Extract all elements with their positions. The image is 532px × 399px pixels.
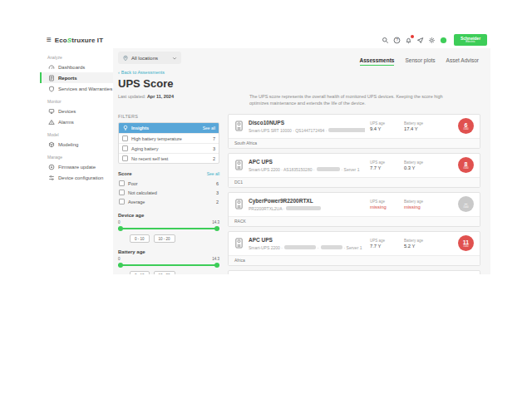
- device-age-slider-handle-min[interactable]: [118, 226, 123, 231]
- battery-age-stat: Battery agemissing: [404, 200, 427, 210]
- checkbox[interactable]: [122, 155, 128, 161]
- sidebar-item-device-configuration[interactable]: Device configuration: [40, 172, 113, 183]
- sidebar-item-services-and-warranties[interactable]: Services and Warranties: [40, 83, 113, 94]
- checkbox[interactable]: [119, 190, 125, 195]
- ups-age-label: UPS age: [370, 121, 393, 126]
- device-age-chip-10-20[interactable]: 10 - 20: [154, 234, 175, 243]
- sidebar-item-label: Dashboards: [58, 65, 85, 70]
- ups-age-stat: UPS age7.7 Y: [370, 160, 393, 171]
- tab-assessments[interactable]: Assessments: [360, 57, 395, 66]
- score-badge: –/100: [458, 196, 474, 212]
- avatar[interactable]: [440, 37, 447, 44]
- ups-age-value: 7.7 Y: [370, 244, 393, 249]
- filter-option-count: 2: [213, 156, 215, 161]
- battery-age-value: 0.3 Y: [404, 165, 427, 170]
- battery-age-label: Battery age: [404, 200, 427, 204]
- filters-title: FILTERS: [118, 114, 219, 119]
- battery-age-slider-handle-min[interactable]: [118, 263, 123, 268]
- tab-bar: AssessmentsSensor plotsAsset Advisor: [360, 57, 480, 66]
- redacted-text: [317, 167, 340, 171]
- battery-age-value: 5.2 Y: [404, 244, 427, 249]
- location-filter-dropdown[interactable]: All locations: [118, 52, 181, 64]
- device-group-label: Africa: [229, 255, 480, 265]
- score-denominator: /100: [463, 245, 468, 248]
- insights-see-all-link[interactable]: See all: [203, 126, 215, 131]
- battery-age-max: 14.3: [212, 257, 219, 261]
- settings-icon[interactable]: [428, 37, 436, 44]
- sidebar-item-alarms[interactable]: Alarms: [40, 116, 113, 127]
- sidebar-item-modeling[interactable]: Modeling: [40, 139, 113, 150]
- top-bar-actions: ? Schneider Electric: [382, 34, 487, 46]
- device-card[interactable]: APC UPSSmart-UPS 2200 ··· Server 1UPS ag…: [228, 231, 480, 266]
- device-stats: UPS age9.4 YBattery age17.4 Y: [370, 121, 453, 132]
- tab-sensor-plots[interactable]: Sensor plots: [405, 57, 435, 66]
- insights-filter-card: Insights See all High battery temperatur…: [118, 122, 219, 164]
- checkbox[interactable]: [119, 180, 125, 186]
- battery-age-stat: Battery age0.3 Y: [404, 160, 427, 171]
- device-row: CyberPower9R2200RTXLPR2200RTXL2UA ·UPS a…: [229, 193, 480, 216]
- filter-option-count: 6: [216, 181, 219, 186]
- device-stats: UPS age7.7 YBattery age5.2 Y: [370, 239, 453, 249]
- schneider-electric-logo[interactable]: Schneider Electric: [454, 34, 487, 46]
- device-card[interactable]: Disco10NUPSSmart-UPS SRT 10000 · QS14471…: [228, 114, 480, 149]
- sidebar-section-label: Manage: [47, 155, 113, 160]
- checkbox[interactable]: [122, 145, 128, 151]
- gauge-icon: [48, 64, 55, 71]
- tab-asset-advisor[interactable]: Asset Advisor: [446, 57, 479, 66]
- menu-icon[interactable]: ≡: [47, 36, 52, 44]
- filter-option-label: High battery temperature: [131, 136, 182, 141]
- checkbox[interactable]: [119, 199, 125, 204]
- notifications-icon[interactable]: [405, 37, 412, 44]
- sidebar-section-label: Monitor: [47, 99, 113, 104]
- battery-age-slider[interactable]: [118, 262, 219, 268]
- score-see-all-link[interactable]: See all: [207, 171, 219, 176]
- device-card[interactable]: APC UPSSmart-UPS 2200 · AS1835150280 ·· …: [228, 153, 480, 188]
- back-link-label: Back to Assessments: [121, 70, 165, 75]
- battery-age-stat: Battery age5.2 Y: [404, 239, 427, 249]
- filter-option-count: 3: [213, 146, 215, 151]
- battery-age-value: 17.4 Y: [404, 126, 427, 131]
- device-details: Smart-UPS SRT 10000 · QS1447172494 ·: [249, 128, 365, 133]
- device-group-label: RACK: [229, 216, 480, 226]
- device-card[interactable]: VertivGXT4Liebert GXT4 UPS ··UPS age4.9 …: [228, 270, 480, 274]
- battery-age-title: Battery age: [118, 249, 219, 254]
- feedback-icon[interactable]: [416, 37, 424, 44]
- back-link[interactable]: ‹ Back to Assessments: [118, 70, 165, 75]
- battery-age-chip-10-20[interactable]: 10 - 20: [154, 271, 175, 274]
- sidebar-section-label: Model: [47, 132, 113, 137]
- ups-device-icon: [234, 238, 244, 249]
- device-card[interactable]: CyberPower9R2200RTXLPR2200RTXL2UA ·UPS a…: [228, 192, 480, 227]
- filter-option-not-calculated: Not calculated3: [118, 188, 219, 197]
- filter-option-count: 7: [213, 136, 215, 141]
- device-details: PR2200RTXL2UA ·: [249, 206, 365, 211]
- firmware-icon: [48, 164, 55, 170]
- device-row: Disco10NUPSSmart-UPS SRT 10000 · QS14471…: [229, 115, 480, 138]
- lightbulb-icon: [122, 125, 129, 131]
- ecostruxure-it-app: ≡ EcoStruxure IT ? Schneider Electric An…: [40, 32, 490, 274]
- search-icon[interactable]: [382, 37, 389, 44]
- device-name: CyberPower9R2200RTXL: [249, 198, 365, 204]
- battery-age-chip-0-10[interactable]: 0 - 10: [130, 271, 150, 274]
- device-age-slider[interactable]: [118, 225, 219, 231]
- ups-age-label: UPS age: [370, 239, 393, 243]
- device-age-chip-0-10[interactable]: 0 - 10: [130, 234, 150, 243]
- sidebar-item-label: Firmware update: [58, 165, 96, 170]
- sidebar: AnalyzeDashboardsReportsServices and War…: [40, 48, 113, 274]
- device-details-text: Smart-UPS 2200 · AS1835150280 ·: [249, 167, 315, 172]
- sidebar-item-devices[interactable]: Devices: [40, 106, 113, 116]
- score-title: Score: [118, 171, 132, 176]
- device-stats: UPS agemissingBattery agemissing: [370, 200, 453, 210]
- report-icon: [48, 75, 55, 81]
- ups-age-label: UPS age: [370, 160, 393, 165]
- sidebar-item-dashboards[interactable]: Dashboards: [40, 62, 113, 72]
- ups-age-stat: UPS age9.4 Y: [370, 121, 393, 132]
- device-age-slider-handle-max[interactable]: [214, 226, 219, 231]
- filter-option-average: Average2: [118, 197, 219, 206]
- device-list: Disco10NUPSSmart-UPS SRT 10000 · QS14471…: [228, 114, 480, 274]
- help-icon[interactable]: ?: [393, 37, 401, 44]
- battery-age-slider-handle-max[interactable]: [214, 263, 219, 268]
- sidebar-item-firmware-update[interactable]: Firmware update: [40, 161, 113, 172]
- ups-age-value: 9.4 Y: [370, 126, 393, 131]
- checkbox[interactable]: [122, 135, 128, 141]
- sidebar-item-reports[interactable]: Reports: [40, 72, 113, 83]
